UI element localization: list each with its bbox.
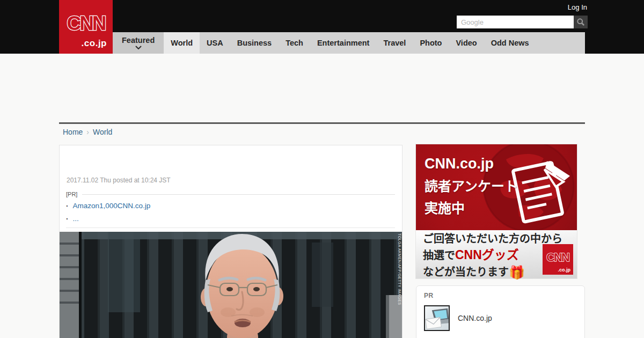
survey-ad-body-line3-text: などが当たります <box>423 266 509 278</box>
article-photo: TOLGA AKMEN/AFP/GETTY IMAGES <box>60 232 402 338</box>
nav-item-entertainment[interactable]: Entertainment <box>310 32 377 54</box>
list-item: ·... <box>66 215 395 223</box>
survey-ad-title-line1: CNN.co.jp <box>425 152 518 175</box>
search-bar <box>457 16 588 28</box>
nav-item-tech[interactable]: Tech <box>279 32 310 54</box>
pr-item[interactable]: CNN.co.jp <box>424 305 577 331</box>
pr-section-header: [PR] <box>66 191 395 197</box>
nav-item-label: Featured <box>122 36 155 45</box>
cnn-logo-suffix: .co.jp <box>82 38 107 49</box>
nav-item-business[interactable]: Business <box>230 32 279 54</box>
nav-item-travel[interactable]: Travel <box>376 32 413 54</box>
survey-ad-title: CNN.co.jp 読者アンケート 実施中 <box>425 152 518 219</box>
survey-ad-body-line3: などが当たります🎁 <box>423 263 562 281</box>
top-header: CNN .co.jp Log In Featured World USA <box>0 0 644 54</box>
pr-header-rule <box>82 194 395 195</box>
survey-ad-title-line2: 読者アンケート <box>425 175 518 197</box>
nav-item-world[interactable]: World <box>164 32 200 54</box>
nav-item-video[interactable]: Video <box>449 32 484 54</box>
article-photo-graphic <box>60 232 402 338</box>
survey-ad-body-line2: 抽選でCNNグッズ <box>423 247 562 264</box>
login-link[interactable]: Log In <box>568 3 587 11</box>
cnn-logo[interactable]: CNN .co.jp <box>59 0 113 54</box>
list-bullet: · <box>66 202 69 210</box>
nav-item-usa[interactable]: USA <box>200 32 230 54</box>
survey-ad-body: ご回答いただいた方の中から 抽選でCNNグッズ などが当たります🎁 <box>423 232 562 281</box>
survey-ad-banner[interactable]: CNN.co.jp 読者アンケート 実施中 ご回答いただいた方の中から 抽選でC… <box>416 144 577 278</box>
cnn-logo-word-graphic: CNN <box>63 12 108 35</box>
ad-cnn-logo-word-graphic: CNN <box>544 250 571 264</box>
list-item: ·Amazon1,000CNN.co.jp <box>66 202 395 210</box>
pr-label: [PR] <box>66 191 77 197</box>
photo-credit: TOLGA AKMEN/AFP/GETTY IMAGES <box>398 233 401 305</box>
nav-item-featured[interactable]: Featured <box>113 32 164 54</box>
chevron-down-icon <box>135 46 142 49</box>
pr-links-list: ·Amazon1,000CNN.co.jp ·... <box>66 202 395 223</box>
breadcrumb-home-link[interactable]: Home <box>63 128 83 136</box>
pr-link-more[interactable]: ... <box>73 215 79 223</box>
survey-ad-goods-highlight: CNNグッズ <box>455 248 519 262</box>
nav-item-photo[interactable]: Photo <box>413 32 449 54</box>
cnn-jp-article-page: CNN .co.jp Log In Featured World USA <box>0 0 644 338</box>
search-input[interactable] <box>457 16 574 28</box>
survey-ad-top: CNN.co.jp 読者アンケート 実施中 <box>416 144 577 230</box>
survey-ad-title-line3: 実施中 <box>425 197 518 219</box>
ad-cnn-logo-word: CNN <box>546 251 569 264</box>
ad-cnn-logo-suffix: .co.jp <box>558 267 570 273</box>
list-bullet: · <box>66 215 69 223</box>
article-card: 2017.11.02 Thu posted at 10:24 JST [PR] … <box>59 145 402 338</box>
breadcrumb: Home›World <box>63 128 112 136</box>
pr-link-amazon[interactable]: Amazon1,000CNN.co.jp <box>73 202 151 210</box>
ad-cnn-logo: CNN .co.jp <box>543 244 573 275</box>
breadcrumb-separator: › <box>86 128 89 136</box>
gift-icon: 🎁 <box>509 265 525 280</box>
pr-footer-rule <box>66 227 395 228</box>
article-posted-date: 2017.11.02 Thu posted at 10:24 JST <box>67 177 402 184</box>
pr-card: PR CNN.co.jp <box>416 285 585 338</box>
email-laptop-thumbnail <box>424 305 450 331</box>
breadcrumb-world-link[interactable]: World <box>93 128 112 136</box>
search-button[interactable] <box>574 16 588 28</box>
survey-ad-body-line2-prefix: 抽選で <box>423 249 455 261</box>
pr-card-label: PR <box>424 292 584 299</box>
nav-item-odd-news[interactable]: Odd News <box>484 32 536 54</box>
magnifier-icon <box>576 18 585 26</box>
cnn-logo-word: CNN <box>67 12 105 34</box>
main-nav: Featured World USA Business Tech Enterta… <box>113 32 585 54</box>
survey-ad-body-line1: ご回答いただいた方の中から <box>423 232 562 247</box>
pr-item-title: CNN.co.jp <box>458 314 492 322</box>
survey-ad-bottom: ご回答いただいた方の中から 抽選でCNNグッズ などが当たります🎁 CNN .c… <box>416 230 577 278</box>
content-divider <box>59 122 585 124</box>
